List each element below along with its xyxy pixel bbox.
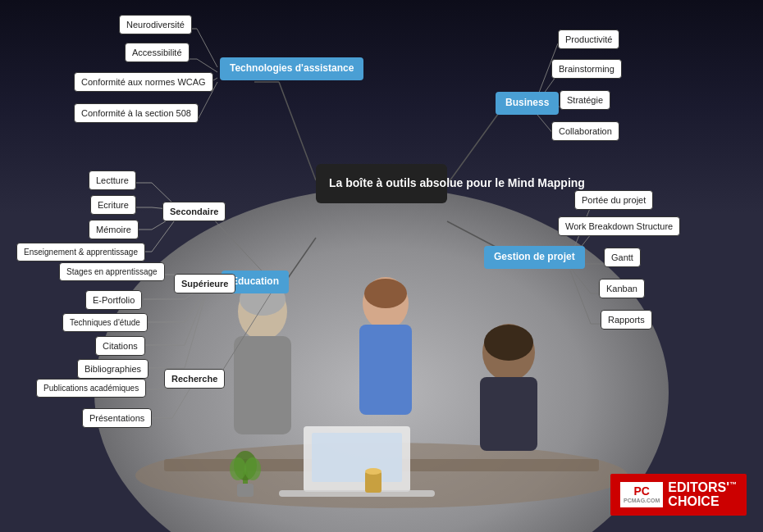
node-superieure: Supérieure (174, 274, 235, 293)
svg-point-19 (244, 457, 261, 480)
pcmag-badge: PC PCMAG.COM EDITORS'™CHOICE (610, 474, 747, 516)
node-section508: Conformité à la section 508 (74, 103, 199, 123)
node-productivite: Productivité (558, 30, 619, 49)
node-technologies: Technologies d'assistance (220, 57, 363, 80)
svg-point-15 (365, 468, 382, 475)
node-secondaire: Secondaire (162, 202, 226, 221)
node-lectture: Lectture (89, 171, 136, 190)
node-portee: Portée du projet (574, 190, 653, 210)
pcmag-tm: ™ (729, 480, 737, 488)
node-eportfolio: E-Portfolio (85, 290, 142, 310)
svg-point-10 (484, 325, 533, 361)
node-ecriture: Ecriture (90, 195, 136, 215)
node-bibliographies: Bibliographies (77, 359, 148, 379)
node-gestion: Gestion de projet (484, 246, 585, 269)
node-collaboration: Collaboration (551, 121, 619, 141)
node-presentations: Présentations (82, 408, 152, 428)
node-neurodiversite: Neurodiversité (119, 15, 192, 34)
svg-rect-9 (480, 377, 537, 451)
svg-rect-12 (312, 433, 402, 482)
node-wcag: Conformité aux normes WCAG (74, 72, 213, 92)
svg-point-18 (230, 457, 246, 480)
node-techniques: Techniques d'étude (62, 313, 148, 332)
node-business: Business (496, 92, 559, 115)
node-strategie: Stratégie (560, 90, 610, 110)
svg-rect-20 (237, 484, 254, 497)
svg-point-7 (364, 279, 407, 308)
node-stages: Stages en apprentissage (59, 262, 165, 281)
node-kanban: Kanban (599, 279, 645, 298)
svg-rect-3 (234, 336, 291, 434)
svg-rect-6 (359, 325, 412, 415)
node-publications: Publications académiques (36, 379, 146, 398)
pcmag-logo: PC PCMAG.COM (620, 482, 663, 507)
node-rapports: Rapports (601, 310, 652, 330)
node-recherche: Recherche (164, 369, 225, 389)
node-gantt: Gantt (604, 248, 641, 267)
node-accessibilite: Accessibilité (125, 43, 190, 62)
node-enseignement: Enseignement & apprentissage (16, 243, 145, 261)
svg-rect-13 (279, 490, 435, 497)
center-node: La boîte à outils absolue pour le Mind M… (316, 164, 447, 203)
pcmag-editors-choice: EDITORS'™CHOICE (668, 480, 737, 509)
node-citations: Citations (95, 336, 145, 356)
node-memoire: Mémoire (89, 220, 139, 239)
node-wbs: Work Breakdown Structure (558, 216, 680, 236)
node-brainstorming: Brainstorming (551, 59, 622, 79)
